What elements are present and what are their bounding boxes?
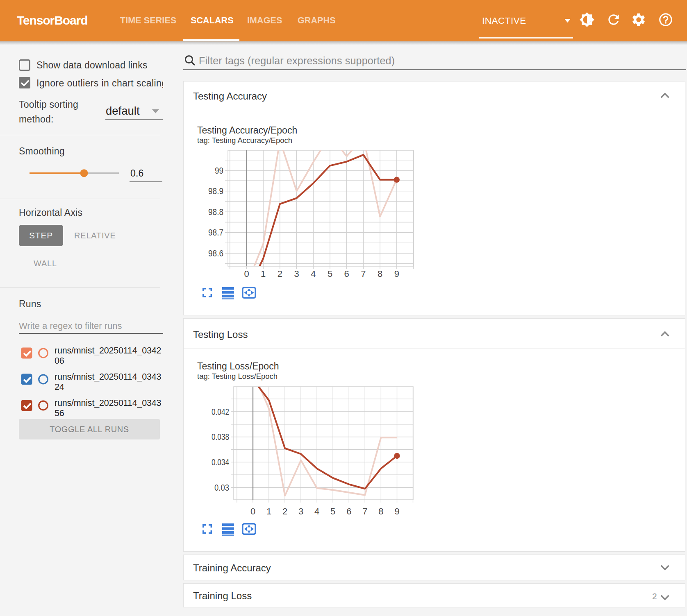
svg-text:2: 2 <box>278 269 282 279</box>
svg-text:99: 99 <box>215 165 223 176</box>
svg-text:2: 2 <box>282 506 287 516</box>
svg-text:4: 4 <box>311 269 316 279</box>
svg-text:0.038: 0.038 <box>212 432 229 442</box>
svg-text:9: 9 <box>394 506 399 516</box>
svg-text:0: 0 <box>250 506 255 516</box>
svg-text:98.6: 98.6 <box>208 248 223 258</box>
svg-text:5: 5 <box>328 269 332 279</box>
svg-text:8: 8 <box>378 269 382 279</box>
svg-text:1: 1 <box>261 269 266 279</box>
svg-text:98.9: 98.9 <box>208 186 223 196</box>
svg-text:0: 0 <box>244 269 249 279</box>
svg-text:0.034: 0.034 <box>212 457 229 467</box>
svg-text:3: 3 <box>294 269 299 279</box>
svg-text:6: 6 <box>344 269 349 279</box>
svg-text:1: 1 <box>266 506 271 516</box>
svg-text:5: 5 <box>330 506 335 516</box>
svg-text:7: 7 <box>362 506 367 516</box>
svg-text:0.042: 0.042 <box>212 407 229 417</box>
svg-text:6: 6 <box>346 506 351 516</box>
svg-text:4: 4 <box>314 506 319 516</box>
svg-text:8: 8 <box>378 506 383 516</box>
svg-text:3: 3 <box>298 506 303 516</box>
svg-text:7: 7 <box>361 269 366 279</box>
svg-text:98.7: 98.7 <box>208 227 223 238</box>
svg-text:0.03: 0.03 <box>214 482 229 493</box>
svg-text:98.8: 98.8 <box>208 207 223 217</box>
svg-text:9: 9 <box>394 269 399 279</box>
